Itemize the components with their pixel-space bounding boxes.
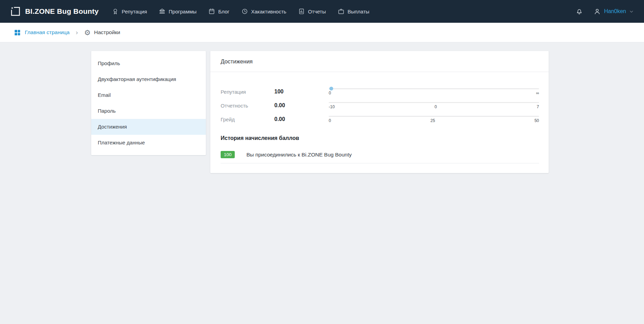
nav-item-label: Программы	[169, 9, 197, 14]
panel-title: Достижения	[210, 51, 549, 72]
history-title: История начисления баллов	[221, 135, 539, 141]
points-badge: 100	[221, 151, 235, 158]
scale-min: 0	[329, 118, 331, 123]
scale-labels: 0 25 50	[329, 118, 539, 123]
metric-label: Репутация	[221, 89, 274, 95]
sidebar-item-password[interactable]: Пароль	[91, 103, 206, 119]
gear-icon: ⚙	[84, 29, 91, 36]
reporting-scale: -10 0 7	[329, 102, 539, 109]
history-entry: 100 Вы присоединились к Bi.ZONE Bug Boun…	[221, 151, 539, 163]
breadcrumb-home-link[interactable]: Главная страница	[14, 29, 70, 36]
sidebar-item-profile[interactable]: Профиль	[91, 55, 206, 71]
metric-label: Грейд	[221, 117, 274, 122]
reputation-scale: 0 ∞	[329, 88, 539, 95]
scale-marker-dot	[329, 87, 333, 91]
grade-scale: 0 25 50	[329, 116, 539, 123]
breadcrumb: Главная страница › ⚙ Настройки	[0, 23, 644, 42]
nav-item-label: Хакактивность	[251, 9, 286, 14]
breadcrumb-home-label: Главная страница	[25, 29, 70, 36]
nav-item-label: Выплаты	[348, 9, 369, 14]
navbar-right: Han0ken	[576, 8, 634, 15]
metric-row-reputation: Репутация 100 0 ∞	[221, 85, 539, 99]
scale-max: 7	[537, 104, 539, 109]
nav-item-label: Репутация	[122, 9, 147, 14]
chevron-down-icon	[629, 9, 634, 14]
nav-item-payouts[interactable]: Выплаты	[338, 8, 369, 15]
user-icon	[593, 8, 601, 15]
username: Han0ken	[604, 8, 626, 14]
nav-item-hacktivity[interactable]: Хакактивность	[241, 8, 286, 15]
scale-mid: 0	[434, 104, 437, 109]
scale-min: 0	[329, 91, 331, 95]
metric-label: Отчетность	[221, 103, 274, 109]
breadcrumb-separator-icon: ›	[76, 29, 78, 36]
user-menu[interactable]: Han0ken	[593, 8, 634, 15]
bizone-logo-icon	[10, 6, 21, 17]
nav-item-label: Блог	[218, 9, 229, 14]
metric-row-grade: Грейд 0.00 0 25 50	[221, 112, 539, 126]
breadcrumb-current-label: Настройки	[94, 29, 120, 36]
breadcrumb-current: ⚙ Настройки	[84, 29, 120, 36]
scale-track	[329, 102, 539, 103]
calendar-icon	[208, 8, 215, 15]
bar-chart-icon	[298, 8, 305, 15]
scale-max: 50	[535, 118, 539, 123]
scale-track	[329, 88, 539, 89]
scale-track	[329, 116, 539, 117]
scale-min: -10	[329, 104, 335, 109]
sidebar-item-2fa[interactable]: Двухфакторная аутентификация	[91, 71, 206, 87]
main-content: Профиль Двухфакторная аутентификация Ema…	[0, 42, 644, 173]
metric-value: 0.00	[274, 116, 329, 122]
nav-item-blog[interactable]: Блог	[208, 8, 229, 15]
metric-value: 100	[274, 89, 329, 95]
settings-sidebar: Профиль Двухфакторная аутентификация Ema…	[91, 51, 206, 155]
sidebar-item-achievements[interactable]: Достижения	[91, 119, 206, 135]
scale-labels: -10 0 7	[329, 104, 539, 109]
panel-body: Репутация 100 0 ∞ Отчетность 0.00	[210, 72, 549, 173]
brand-title: BI.ZONE Bug Bounty	[25, 7, 99, 16]
scale-mid: 25	[430, 118, 435, 123]
metric-row-reporting: Отчетность 0.00 -10 0 7	[221, 99, 539, 112]
metric-value: 0.00	[274, 102, 329, 109]
building-icon	[159, 8, 166, 15]
sidebar-item-payment-details[interactable]: Платежные данные	[91, 135, 206, 151]
scale-max: ∞	[536, 91, 539, 95]
sidebar-item-email[interactable]: Email	[91, 87, 206, 103]
nav-item-reports[interactable]: Отчеты	[298, 8, 326, 15]
top-navbar: BI.ZONE Bug Bounty Репутация Программы Б…	[0, 0, 644, 23]
notifications-bell-icon[interactable]	[576, 8, 583, 15]
briefcase-icon	[338, 8, 345, 15]
nav-item-programs[interactable]: Программы	[159, 8, 197, 15]
medal-icon	[112, 8, 119, 15]
nav-item-reputation[interactable]: Репутация	[112, 8, 147, 15]
dashboard-grid-icon	[14, 29, 21, 36]
main-nav: Репутация Программы Блог Хакактивность О…	[112, 8, 369, 15]
brand[interactable]: BI.ZONE Bug Bounty	[10, 6, 99, 17]
achievements-panel: Достижения Репутация 100 0 ∞ Отчетно	[210, 51, 549, 173]
history-clock-icon	[241, 8, 248, 15]
nav-item-label: Отчеты	[308, 9, 326, 14]
history-entry-text: Вы присоединились к Bi.ZONE Bug Bounty	[246, 152, 352, 158]
scale-labels: 0 ∞	[329, 91, 539, 95]
